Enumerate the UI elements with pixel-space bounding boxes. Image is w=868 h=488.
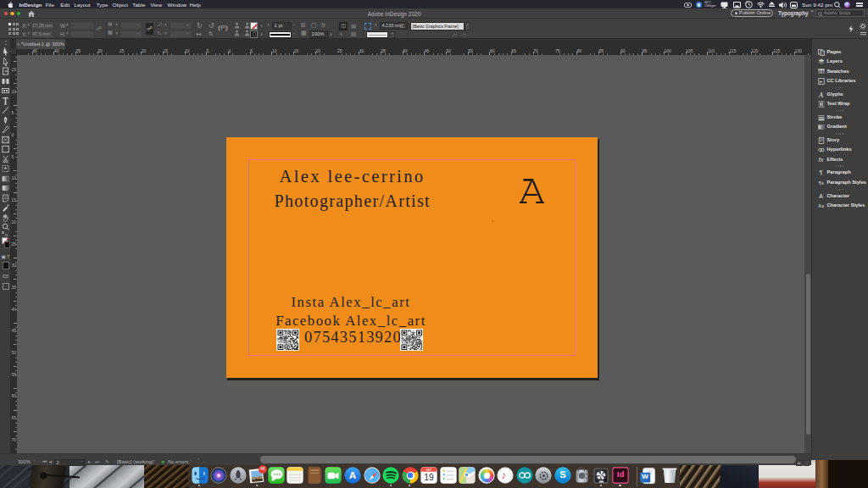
svg-text:A: A: [818, 92, 824, 98]
